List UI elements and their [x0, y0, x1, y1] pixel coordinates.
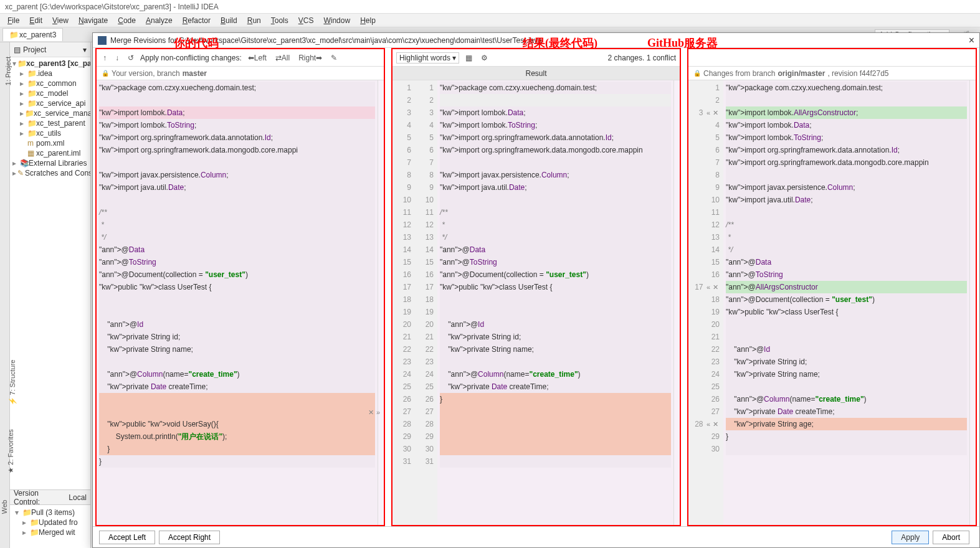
accept-left-button[interactable]: Accept Left: [99, 531, 155, 544]
changes-item[interactable]: ▾📁Pull (3 items): [12, 508, 88, 517]
menu-tools[interactable]: Tools: [266, 15, 293, 26]
tree-arrow-icon[interactable]: ▸: [20, 119, 26, 128]
tree-arrow-icon[interactable]: ▸: [12, 169, 16, 177]
tree-item[interactable]: ▸📚External Libraries: [10, 158, 90, 168]
menu-build[interactable]: Build: [216, 15, 242, 26]
changes-item[interactable]: ▸📁Updated fro: [12, 517, 88, 527]
code-line: "kw">package com.czxy.xuecheng.domain.te…: [440, 82, 671, 94]
window-title: xc_parent [G:\dev\workspace\Gitstore\xc_…: [5, 2, 219, 11]
branch-name: master: [183, 69, 207, 78]
code-line: [99, 393, 375, 405]
rollback-icon[interactable]: ↺: [125, 53, 136, 63]
menu-refactor[interactable]: Refactor: [178, 15, 216, 26]
folder-icon: 📁: [27, 129, 35, 138]
abort-button[interactable]: Abort: [933, 531, 969, 544]
prev-change-icon[interactable]: ↑: [100, 53, 109, 63]
apply-button[interactable]: Apply: [892, 531, 929, 544]
highlight-dropdown[interactable]: Highlight words ▾: [396, 52, 459, 64]
reject-chunk-icon[interactable]: ✕: [711, 283, 720, 291]
code-line: "kw">public "kw">void UserSay(){: [99, 418, 375, 430]
accept-right-button[interactable]: Accept Right: [159, 531, 220, 544]
code-line: "kw">private String id;: [99, 331, 375, 343]
merge-dialog-title-bar[interactable]: Merge Revisions for G:\dev\workspace\Git…: [93, 33, 979, 48]
right-code-area[interactable]: 123 «✕4567891011121314151617 «✕181920212…: [688, 80, 976, 525]
menu-window[interactable]: Window: [318, 15, 355, 26]
code-line: "kw">import lombok.Data;: [726, 119, 967, 131]
left-marker-bar[interactable]: [378, 80, 384, 525]
tree-item[interactable]: ▸📁xc_test_parent: [10, 118, 90, 128]
middle-pane: Highlight words ▾ ▦ ⚙ 2 changes. 1 confl…: [391, 48, 681, 526]
left-marker-controls[interactable]: ✕»: [367, 408, 381, 417]
tab-label: xc_parent3: [19, 31, 56, 39]
accept-chunk-icon[interactable]: «: [705, 283, 711, 291]
folder-icon: 📁: [9, 31, 17, 39]
magic-wand-icon[interactable]: ✎: [328, 53, 340, 63]
vc-tab[interactable]: Local: [69, 493, 87, 502]
accept-chunk-icon[interactable]: «: [705, 109, 711, 116]
menu-edit[interactable]: Edit: [24, 15, 47, 26]
left-toolwindow-bar[interactable]: 1: Project ⚡ 7: Structure ★ 2: Favorites…: [0, 42, 10, 548]
apply-all-button[interactable]: ⇄All: [273, 53, 292, 63]
right-marker-bar[interactable]: [969, 80, 976, 525]
merge-dialog: Merge Revisions for G:\dev\workspace\Git…: [92, 32, 980, 548]
tree-item[interactable]: ▸📁xc_service_mana: [10, 108, 90, 118]
project-tab[interactable]: 📁 xc_parent3: [2, 28, 63, 41]
reject-chunk-icon[interactable]: ✕: [711, 420, 720, 428]
tree-item[interactable]: mpom.xml: [10, 138, 90, 148]
accept-chunk-icon[interactable]: «: [705, 420, 711, 428]
project-toolwindow-button[interactable]: 1: Project: [4, 57, 12, 85]
apply-right-button[interactable]: Right➡: [296, 53, 325, 63]
menu-run[interactable]: Run: [242, 15, 266, 26]
tree-arrow-icon[interactable]: ▸: [20, 69, 26, 78]
structure-toolwindow-button[interactable]: ⚡ 7: Structure: [9, 360, 17, 406]
menu-code[interactable]: Code: [113, 15, 141, 26]
tree-arrow-icon[interactable]: ▸: [20, 129, 26, 138]
changes-item[interactable]: ▸📁Merged wit: [12, 527, 88, 537]
code-line: "ann">@Id: [440, 318, 671, 331]
code-line: "kw">private Date createTime;: [440, 380, 671, 393]
next-change-icon[interactable]: ↓: [113, 53, 121, 63]
apply-left-button[interactable]: ⬅Left: [245, 53, 269, 63]
code-line: *: [726, 231, 967, 243]
tree-label: .idea: [36, 69, 52, 78]
tree-arrow-icon[interactable]: ▸: [20, 79, 26, 88]
tree-item[interactable]: ▸📁.idea: [10, 68, 90, 78]
menu-help[interactable]: Help: [355, 15, 381, 26]
tree-arrow-icon[interactable]: ▸: [12, 159, 19, 168]
favorites-toolwindow-button[interactable]: ★ 2: Favorites: [7, 429, 15, 473]
gear-icon[interactable]: ⚙: [478, 53, 490, 63]
tree-arrow-icon[interactable]: ▸: [20, 99, 26, 108]
project-tree[interactable]: ▾📁xc_parent3 [xc_pare▸📁.idea▸📁xc_common▸…: [10, 57, 90, 489]
tree-item[interactable]: ▾📁xc_parent3 [xc_pare: [10, 59, 90, 68]
code-line: "kw">import java.util.Date;: [440, 181, 671, 194]
tree-arrow-icon[interactable]: ▾: [12, 59, 16, 68]
code-line: [440, 430, 671, 443]
tree-arrow-icon[interactable]: ▸: [20, 109, 24, 118]
tree-item[interactable]: ▸📁xc_common: [10, 78, 90, 88]
web-toolwindow-button[interactable]: Web: [1, 500, 8, 514]
menu-file[interactable]: File: [2, 15, 24, 26]
chevron-down-icon[interactable]: ▾: [83, 45, 87, 54]
code-line: [726, 443, 967, 455]
toggle-icon[interactable]: ▦: [463, 53, 475, 63]
tree-item[interactable]: ▸📁xc_utils: [10, 128, 90, 138]
tree-item[interactable]: ▸✎Scratches and Cons: [10, 168, 90, 178]
middle-code-area[interactable]: 1234567891011121314151617181920212223242…: [392, 80, 680, 525]
mid-marker-bar[interactable]: [673, 80, 680, 525]
menu-vcs[interactable]: VCS: [293, 15, 319, 26]
code-line: "ann">@Data: [726, 256, 967, 268]
tree-item[interactable]: ▸📁xc_service_api: [10, 98, 90, 108]
menu-view[interactable]: View: [47, 15, 74, 26]
tree-item[interactable]: ▸📁xc_model: [10, 88, 90, 98]
reject-chunk-icon[interactable]: ✕: [711, 109, 720, 116]
tree-item[interactable]: ▦xc_parent.iml: [10, 148, 90, 158]
left-code-area[interactable]: "kw">package com.czxy.xuecheng.domain.te…: [97, 80, 384, 525]
close-icon[interactable]: ×: [969, 35, 974, 46]
version-control-header[interactable]: Version Control: Local: [10, 489, 90, 504]
merge-dialog-title: Merge Revisions for G:\dev\workspace\Git…: [110, 36, 965, 45]
menu-navigate[interactable]: Navigate: [74, 15, 113, 26]
tree-arrow-icon[interactable]: ▸: [20, 89, 26, 98]
code-line: "kw">import lombok.Data;: [99, 106, 375, 119]
menu-analyze[interactable]: Analyze: [141, 15, 178, 26]
code-line: [440, 94, 671, 106]
